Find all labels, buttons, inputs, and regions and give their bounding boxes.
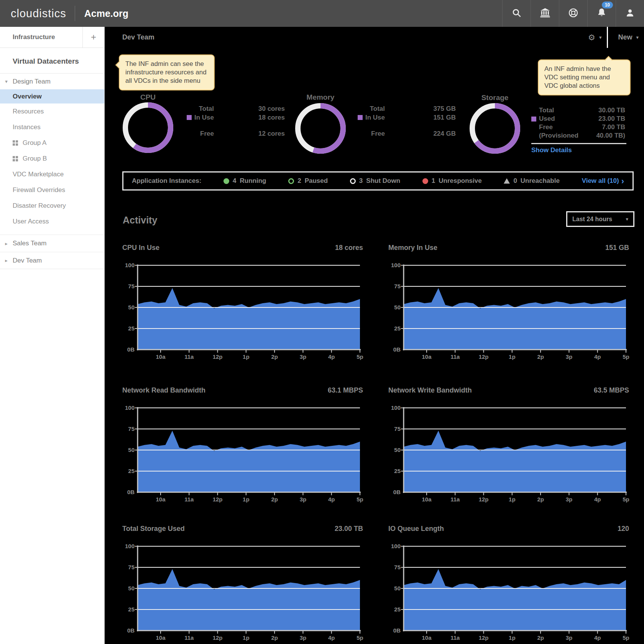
svg-text:1p: 1p — [243, 496, 250, 503]
bank-icon — [540, 7, 550, 20]
memory-stat-row: Total375 GB — [331, 104, 456, 113]
memory-stats: Total375 GBIn Use151 GBFree224 GB — [331, 104, 456, 138]
brand-divider — [75, 6, 75, 21]
new-chevron-down-icon[interactable]: ▾ — [636, 34, 639, 40]
dropdown-chevron-icon: ▾ — [626, 216, 628, 222]
ring-green-status-icon — [288, 178, 294, 184]
stat-value: 7.00 TB — [589, 123, 625, 131]
sidebar-item-label: Firewall Overrides — [13, 186, 65, 194]
svg-text:0B: 0B — [127, 489, 135, 495]
sidebar-item-label: Overview — [13, 93, 42, 100]
sidebar-item-label: Group A — [23, 139, 46, 147]
svg-text:100: 100 — [125, 404, 135, 411]
sidebar-item-group-a[interactable]: Group A — [0, 135, 104, 151]
chart-title: Network Write Bandwidth — [388, 386, 472, 394]
sidebar-item-disaster-recovery[interactable]: Disaster Recovery — [0, 198, 104, 214]
svg-text:12p: 12p — [213, 634, 223, 641]
svg-text:10a: 10a — [422, 496, 432, 503]
stat-label: Total — [370, 105, 385, 113]
stat-value: 30.00 TB — [589, 107, 625, 114]
cpu-stat-row: Total30 cores — [160, 104, 285, 113]
instance-status-shut-down: 3Shut Down — [350, 177, 400, 185]
sidebar-info-tooltip: The INF admin can see the infrastructure… — [119, 54, 215, 90]
svg-text:2p: 2p — [271, 496, 278, 503]
chart-title: Memory In Use — [388, 244, 437, 252]
chevron-down-icon[interactable]: ▾ — [599, 34, 602, 40]
sidebar-item-group-b[interactable]: Group B — [0, 151, 104, 166]
chart-title: CPU In Use — [122, 244, 159, 252]
notifications-button[interactable]: 10 — [587, 0, 616, 27]
status-label: Shut Down — [366, 177, 400, 185]
sidebar-item-overview[interactable]: Overview — [0, 89, 104, 104]
status-count: 1 — [432, 177, 435, 185]
memory-stat-row: In Use151 GB — [331, 113, 456, 122]
stat-value: 151 GB — [385, 114, 456, 122]
chart-card-memory-in-use: Memory In Use151 GB1007550250B10a11a12p1… — [388, 244, 629, 360]
sidebar-item-firewall-overrides[interactable]: Firewall Overrides — [0, 182, 104, 198]
sidebar-item-vdc-marketplace[interactable]: VDC Marketplace — [0, 166, 104, 182]
datacenters-button[interactable] — [531, 0, 559, 27]
svg-text:50: 50 — [394, 447, 401, 453]
user-menu-button[interactable] — [616, 0, 644, 27]
sidebar-item-dev-team[interactable]: ▸Dev Team — [0, 252, 104, 269]
chevron-right-icon: ▸ — [0, 258, 13, 263]
status-count: 3 — [359, 177, 363, 185]
time-range-value: Last 24 hours — [572, 216, 612, 223]
stat-label: In Use — [194, 114, 214, 122]
area-chart: 1007550250B10a11a12p1p2p3p4p5p — [388, 542, 629, 641]
tri-gray-status-icon — [504, 178, 510, 184]
sidebar-item-label: Group B — [23, 155, 47, 163]
support-button[interactable] — [559, 0, 587, 27]
svg-text:25: 25 — [394, 606, 401, 613]
status-count: 4 — [233, 177, 236, 185]
svg-text:75: 75 — [128, 283, 135, 289]
sidebar-item-design-team[interactable]: ▾Design Team — [0, 74, 104, 89]
status-label: Unreachable — [521, 177, 560, 185]
instance-status-unresponsive: 1Unresponsive — [422, 177, 482, 185]
svg-text:10a: 10a — [422, 353, 432, 360]
chevron-right-icon: ▸ — [0, 241, 13, 246]
svg-text:75: 75 — [394, 283, 401, 289]
sidebar-item-instances[interactable]: Instances — [0, 119, 104, 135]
show-details-link[interactable]: Show Details — [531, 146, 626, 154]
svg-text:25: 25 — [128, 468, 135, 474]
app-logo[interactable]: cloudistics — [0, 7, 66, 20]
status-label: Paused — [305, 177, 328, 185]
dot-green-status-icon — [223, 178, 229, 184]
svg-text:5p: 5p — [356, 353, 363, 360]
org-name: Acme.org — [84, 8, 128, 19]
time-range-dropdown[interactable]: Last 24 hours ▾ — [566, 211, 634, 227]
sidebar-item-resources[interactable]: Resources — [0, 104, 104, 119]
stat-value: 23.00 TB — [589, 115, 625, 123]
stat-value: 18 cores — [214, 114, 285, 122]
svg-text:50: 50 — [394, 304, 401, 310]
chart-card-io-queue-length: IO Queue Length1201007550250B10a11a12p1p… — [388, 525, 629, 641]
svg-text:4p: 4p — [594, 353, 601, 360]
sidebar-item-label: Design Team — [13, 78, 51, 85]
svg-text:4p: 4p — [328, 353, 335, 360]
view-all-link[interactable]: View all (10) › — [582, 177, 624, 185]
vdc-actions-tooltip: An INF admin have the VDC setting menu a… — [538, 59, 631, 95]
svg-text:0B: 0B — [127, 346, 135, 353]
svg-text:0B: 0B — [393, 346, 401, 353]
in-use-legend-swatch — [187, 115, 192, 120]
status-count: 2 — [297, 177, 301, 185]
svg-text:0B: 0B — [393, 489, 401, 495]
stats-divider — [531, 143, 626, 144]
vdc-settings-gear-icon[interactable]: ⚙ — [588, 33, 595, 42]
search-button[interactable] — [502, 0, 531, 27]
svg-text:11a: 11a — [450, 496, 460, 503]
svg-text:4p: 4p — [328, 634, 335, 641]
new-button[interactable]: New — [618, 33, 632, 41]
svg-text:50: 50 — [394, 585, 401, 591]
sidebar-item-label: Instances — [13, 123, 41, 131]
stat-value: 40.00 TB) — [589, 132, 625, 140]
stat-value: 224 GB — [385, 130, 456, 138]
svg-text:1p: 1p — [243, 634, 250, 641]
sidebar-item-user-access[interactable]: User Access — [0, 214, 104, 229]
sidebar-item-sales-team[interactable]: ▸Sales Team — [0, 235, 104, 252]
stat-value: 30 cores — [214, 105, 285, 113]
add-vdc-button[interactable]: + — [82, 27, 104, 48]
status-label: Unresponsive — [439, 177, 481, 185]
chart-current-value: 63.5 MBPS — [594, 386, 629, 394]
